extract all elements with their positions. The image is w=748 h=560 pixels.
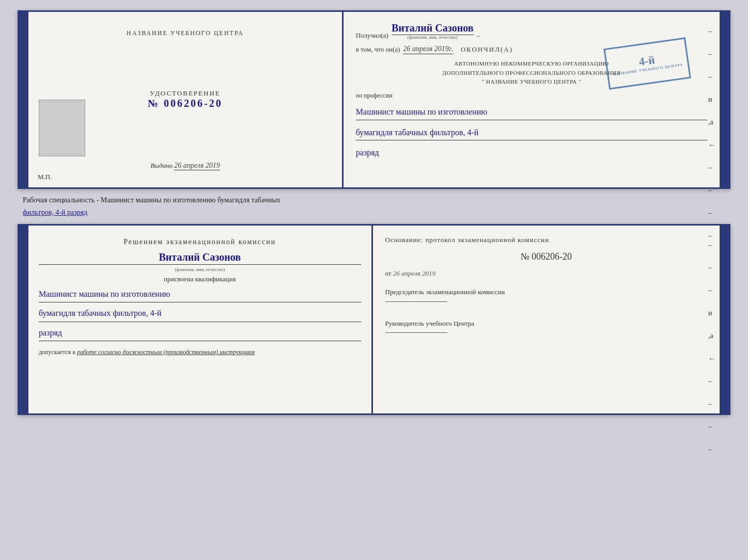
recipient-name: Виталий Сазонов [392, 22, 474, 35]
cert-number-block: УДОСТОВЕРЕНИЕ № 006206-20 [148, 89, 223, 109]
side-dashes-bottom: – – – и ,а ← – – – – [708, 241, 715, 454]
separator-block: Рабочая специальность - Машинист машины … [18, 194, 730, 219]
profession-label: по профессии [356, 92, 707, 100]
cert-label: УДОСТОВЕРЕНИЕ [148, 89, 223, 98]
cert-number: № 006206-20 [148, 98, 223, 109]
head-block: Руководитель учебного Центра [385, 318, 708, 338]
finished-label: окончил(а) [461, 45, 513, 54]
separator-text: Рабочая специальность - Машинист машины … [18, 194, 431, 206]
dash-separator: – [477, 31, 480, 40]
profession-text3: разряд [356, 146, 707, 161]
person-name-block: Виталий Сазонов (фамилия, имя, отчество) [39, 249, 361, 272]
top-certificate: НАЗВАНИЕ УЧЕБНОГО ЦЕНТРА УДОСТОВЕРЕНИЕ №… [18, 10, 730, 189]
issued-line: Выдано 26 апреля 2019 [150, 162, 220, 170]
osnov-label: Основание: протокол экзаменационной коми… [385, 236, 708, 244]
mp-label: М.П. [38, 173, 52, 181]
person-sublabel: (фамилия, имя, отчество) [39, 267, 361, 272]
bottom-certificate: Решением экзаменационной комиссии Витали… [18, 224, 730, 415]
separator-underline: фильтров, 4-й разряд [18, 206, 431, 219]
chairman-block: Председатель экзаменационной комиссии [385, 287, 708, 306]
chairman-label: Председатель экзаменационной комиссии [385, 287, 708, 297]
spine-right-bottom [720, 226, 729, 413]
protocol-number: № 006206-20 [385, 251, 708, 262]
document-wrapper: НАЗВАНИЕ УЧЕБНОГО ЦЕНТРА УДОСТОВЕРЕНИЕ №… [18, 10, 730, 415]
issued-prefix: Выдано [150, 162, 173, 169]
issued-date: 26 апреля 2019 [174, 162, 220, 170]
spine-right [720, 12, 729, 187]
bottom-right-page: Основание: протокол экзаменационной коми… [373, 226, 720, 413]
cert-org-title: НАЗВАНИЕ УЧЕБНОГО ЦЕНТРА [127, 29, 244, 37]
ot-prefix: от [385, 269, 392, 277]
recipient-sublabel: (фамилия, имя, отчество) [392, 35, 474, 40]
vtom-prefix: в том, что он(а) [356, 45, 400, 54]
person-name: Виталий Сазонов [39, 251, 361, 265]
profession-text1: Машинист машины по изготовлению [356, 105, 707, 120]
top-right-page: Получил(а) Виталий Сазонов (фамилия, имя… [344, 12, 720, 187]
spine-left-bottom [19, 226, 28, 413]
ot-line: от 26 апреля 2019 [385, 269, 708, 278]
profession-text2: бумагидля табачных фильтров, 4-й [356, 125, 707, 141]
vtom-date: 26 апреля 2019г. [403, 45, 453, 54]
admitted-prefix: допускается к [39, 348, 75, 356]
head-signature-line [385, 332, 447, 333]
qual-line3: разряд [39, 325, 361, 341]
admitted-text: работе согласно должностным (производств… [77, 348, 255, 356]
qual-line2: бумагидля табачных фильтров, 4-й [39, 306, 361, 322]
decision-title: Решением экзаменационной комиссии [39, 238, 361, 246]
recipient-line: Получил(а) Виталий Сазонов (фамилия, имя… [356, 22, 707, 40]
head-label: Руководитель учебного Центра [385, 318, 708, 329]
received-prefix: Получил(а) [356, 31, 388, 40]
photo-placeholder [39, 100, 85, 156]
ot-date: 26 апреля 2019 [393, 269, 435, 277]
spine-left [19, 12, 28, 187]
qual-line1: Машинист машины по изготовлению [39, 286, 361, 302]
admitted-line: допускается к работе согласно должностны… [39, 348, 361, 356]
recipient-name-block: Виталий Сазонов (фамилия, имя, отчество) [392, 22, 474, 40]
bottom-left-page: Решением экзаменационной комиссии Витали… [28, 226, 373, 413]
side-dashes-top: – – – и ,а ← – – – – [708, 27, 715, 240]
top-left-page: НАЗВАНИЕ УЧЕБНОГО ЦЕНТРА УДОСТОВЕРЕНИЕ №… [28, 12, 344, 187]
separator-underline-span: фильтров, 4-й разряд [23, 209, 87, 216]
chairman-signature-line [385, 301, 447, 302]
assigned-label: присвоена квалификация [39, 275, 361, 283]
